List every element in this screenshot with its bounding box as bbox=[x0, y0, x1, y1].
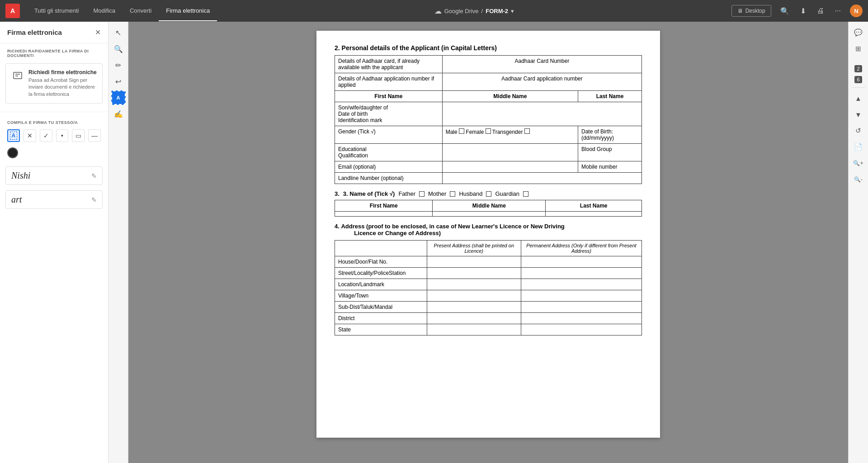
scroll-down-icon[interactable]: ▼ bbox=[851, 107, 866, 122]
nav-firma[interactable]: Firma elettronica bbox=[159, 1, 217, 21]
table-row: Educational Qualification Blood Group bbox=[335, 144, 642, 161]
email-label: Email (optional) bbox=[335, 161, 443, 173]
table-row: State bbox=[335, 324, 642, 335]
permanent-address-header: Permanent Address (Only if different fro… bbox=[521, 241, 642, 256]
district-label: District bbox=[335, 313, 427, 324]
educational-qual-label: Educational Qualification bbox=[335, 144, 443, 161]
grid-icon[interactable]: ⊞ bbox=[851, 42, 866, 56]
street-permanent bbox=[521, 268, 642, 279]
landline-label: Landline Number (optional) bbox=[335, 173, 443, 184]
avatar[interactable]: N bbox=[850, 5, 863, 17]
zoom-in-icon[interactable]: 🔍+ bbox=[851, 156, 866, 170]
text-annotation-tool[interactable]: A bbox=[111, 90, 126, 105]
rect-tool-button[interactable]: ▭ bbox=[72, 129, 85, 142]
village-label: Village/Town bbox=[335, 290, 427, 302]
male-checkbox[interactable] bbox=[459, 128, 464, 134]
text-tool-icon: A bbox=[10, 132, 18, 140]
select-tool[interactable]: ↖ bbox=[111, 25, 126, 40]
more-icon[interactable]: ··· bbox=[833, 5, 843, 17]
state-label: State bbox=[335, 324, 427, 335]
x-tool-button[interactable]: ✕ bbox=[24, 129, 36, 142]
husband-checkbox[interactable] bbox=[486, 191, 491, 197]
left-sidebar: Firma elettronica ✕ RICHIEDI RAPIDAMENTE… bbox=[0, 22, 108, 463]
doc-toolbar: ↖ 🔍 ✏ ↩ A ✍ bbox=[108, 22, 128, 463]
download-icon[interactable]: ⬇ bbox=[798, 5, 808, 17]
sign-tool[interactable]: ✍ bbox=[111, 107, 126, 121]
father-label: Father bbox=[398, 190, 415, 197]
main-layout: Firma elettronica ✕ RICHIEDI RAPIDAMENTE… bbox=[0, 22, 868, 463]
document-page: 2. Personal details of the Applicant (in… bbox=[316, 31, 660, 438]
app-logo: A bbox=[5, 4, 20, 18]
section2-heading: 2. Personal details of the Applicant (in… bbox=[335, 44, 642, 52]
transgender-label: Transgender bbox=[492, 129, 524, 135]
check-tool-button[interactable]: ✓ bbox=[40, 129, 52, 142]
topbar-center: ☁ Google Drive / FORM-2 ▾ bbox=[217, 7, 731, 15]
transgender-checkbox[interactable] bbox=[524, 128, 530, 134]
dot-tool-button[interactable]: • bbox=[56, 129, 69, 142]
top-nav: Tutti gli strumenti Modifica Converti Fi… bbox=[27, 1, 217, 21]
mother-checkbox[interactable] bbox=[450, 191, 455, 197]
section4-heading: 4. Address (proof to be enclosed, in cas… bbox=[335, 223, 642, 236]
sidebar-header: Firma elettronica ✕ bbox=[0, 22, 108, 43]
table-row: First Name Middle Name Last Name bbox=[335, 91, 642, 102]
signature-block-1[interactable]: Nishi ✎ bbox=[5, 166, 103, 185]
sidebar-title: Firma elettronica bbox=[7, 28, 62, 36]
form-name-label: FORM-2 bbox=[486, 8, 508, 14]
document-area[interactable]: 2. Personal details of the Applicant (in… bbox=[128, 22, 848, 463]
blood-group-cell: Blood Group bbox=[578, 144, 642, 161]
female-label: Female bbox=[466, 129, 485, 135]
landline-value bbox=[442, 173, 642, 184]
nav-converti[interactable]: Converti bbox=[123, 1, 159, 21]
page-view-icon[interactable]: 📄 bbox=[851, 140, 866, 154]
zoom-tool[interactable]: 🔍 bbox=[111, 42, 126, 56]
dropdown-icon[interactable]: ▾ bbox=[511, 8, 514, 14]
name-first-value bbox=[335, 212, 433, 217]
search-icon[interactable]: 🔍 bbox=[778, 5, 791, 17]
section3-num: 3. bbox=[335, 190, 340, 197]
signature-text-1: Nishi bbox=[11, 170, 30, 181]
table-row: Details of Aadhaar card, if already avai… bbox=[335, 56, 642, 73]
comment-icon[interactable]: 💬 bbox=[851, 25, 866, 40]
table-row: District bbox=[335, 313, 642, 324]
subdist-present bbox=[427, 302, 521, 313]
table-row: Landline Number (optional) bbox=[335, 173, 642, 184]
subdist-label: Sub-Dist/Taluk/Mandal bbox=[335, 302, 427, 313]
nav-tutti[interactable]: Tutti gli strumenti bbox=[27, 1, 86, 21]
edit-signature-2-icon[interactable]: ✎ bbox=[91, 196, 97, 203]
guardian-checkbox[interactable] bbox=[523, 191, 528, 197]
edit-signature-1-icon[interactable]: ✎ bbox=[91, 172, 97, 180]
female-checkbox[interactable] bbox=[486, 128, 491, 134]
state-present bbox=[427, 324, 521, 335]
mother-label: Mother bbox=[428, 190, 446, 197]
nav-modifica[interactable]: Modifica bbox=[86, 1, 123, 21]
husband-label: Husband bbox=[459, 190, 482, 197]
table-row: Present Address (shall be printed on Lic… bbox=[335, 241, 642, 256]
house-present bbox=[427, 256, 521, 268]
sidebar-divider bbox=[0, 112, 108, 112]
request-signature-card[interactable]: Richiedi firme elettroniche Passa ad Acr… bbox=[5, 63, 103, 104]
signature-block-2[interactable]: art ✎ bbox=[5, 190, 103, 209]
text-tool-button[interactable]: A bbox=[7, 129, 20, 142]
page-num-6: 6 bbox=[854, 76, 862, 83]
district-present bbox=[427, 313, 521, 324]
draw-tool[interactable]: ✏ bbox=[111, 58, 126, 72]
personal-details-table: Details of Aadhaar card, if already avai… bbox=[335, 55, 642, 184]
table-row: Village/Town bbox=[335, 290, 642, 302]
page-num-2: 2 bbox=[854, 65, 862, 72]
district-permanent bbox=[521, 313, 642, 324]
scroll-up-icon[interactable]: ▲ bbox=[851, 91, 866, 105]
father-checkbox[interactable] bbox=[419, 191, 425, 197]
gender-options: Male Female Transgender bbox=[442, 126, 578, 144]
line-tool-button[interactable]: — bbox=[88, 129, 101, 142]
zoom-out-icon[interactable]: 🔍- bbox=[851, 172, 866, 187]
first-name-header: First Name bbox=[335, 91, 443, 102]
refresh-icon[interactable]: ↺ bbox=[851, 123, 866, 138]
compila-section: COMPILA E FIRMA TU STESSO/A A ✕ ✓ • ▭ — bbox=[0, 117, 108, 164]
section4-text: Address (proof to be enclosed, in case o… bbox=[335, 223, 565, 236]
desktop-button[interactable]: 🖥 Desktop bbox=[731, 5, 771, 17]
print-icon[interactable]: 🖨 bbox=[815, 5, 826, 17]
sidebar-close-button[interactable]: ✕ bbox=[95, 28, 101, 37]
color-picker[interactable] bbox=[7, 147, 18, 158]
dob-label: Date of Birth: (dd/mm/yyyy) bbox=[578, 126, 642, 144]
link-tool[interactable]: ↩ bbox=[111, 74, 126, 89]
